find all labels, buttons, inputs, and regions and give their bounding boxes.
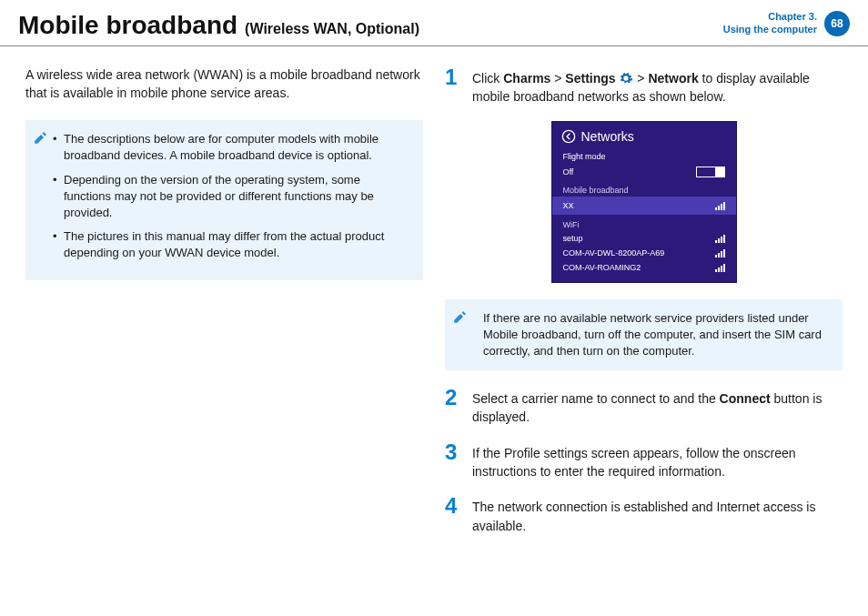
mobile-broadband-item: XX [552, 197, 736, 215]
flight-mode-row: Flight mode [552, 149, 736, 164]
step-1: 1 Click Charms > Settings > Network to d… [445, 66, 843, 106]
flight-mode-label: Flight mode [563, 152, 606, 161]
chapter-line1: Chapter 3. [723, 11, 817, 24]
gear-icon [619, 71, 633, 86]
wifi-name: setup [563, 234, 583, 243]
wifi-item: COM-AV-DWL-8200AP-A69 [552, 246, 736, 260]
chapter-line2: Using the computer [723, 24, 817, 36]
note-list: The descriptions below are for computer … [42, 131, 410, 261]
left-column: A wireless wide area network (WWAN) is a… [25, 66, 423, 550]
wifi-name: COM-AV-DWL-8200AP-A69 [563, 248, 665, 258]
note-item: The descriptions below are for computer … [64, 131, 410, 164]
page-header: Mobile broadband (Wireless WAN, Optional… [0, 0, 868, 46]
flight-mode-value: Off [563, 167, 574, 177]
back-arrow-icon [561, 129, 576, 144]
text-fragment: > [550, 71, 565, 86]
text-fragment: > [637, 71, 648, 86]
text-fragment: Select a carrier name to connect to and … [472, 391, 720, 406]
networks-title: Networks [581, 129, 634, 144]
step-1-text: Click Charms > Settings > Network to dis… [472, 66, 843, 106]
settings-label: Settings [565, 71, 615, 86]
content-columns: A wireless wide area network (WWAN) is a… [0, 46, 868, 570]
note-item: Depending on the version of the operatin… [64, 172, 410, 222]
wifi-item: COM-AV-ROAMING2 [552, 260, 736, 275]
page-number-badge: 68 [824, 11, 850, 36]
networks-panel-header: Networks [552, 122, 736, 149]
signal-bars-icon [715, 248, 725, 258]
connect-label: Connect [720, 391, 771, 406]
step-number: 4 [445, 495, 461, 535]
step-4-text: The network connection is established an… [472, 495, 843, 535]
step-3-text: If the Profile settings screen appears, … [472, 441, 843, 481]
charms-label: Charms [503, 71, 550, 86]
flight-mode-toggle-row: Off [552, 164, 736, 180]
note-pencil-icon [452, 308, 469, 325]
wifi-section: WiFi [552, 215, 736, 231]
network-label: Network [648, 71, 698, 86]
carrier-name: XX [563, 201, 574, 210]
note-item: The pictures in this manual may differ f… [64, 228, 410, 261]
signal-bars-icon [715, 201, 725, 210]
step-number: 1 [445, 66, 461, 106]
step-number: 2 [445, 387, 461, 427]
note-pencil-icon [33, 129, 49, 146]
svg-point-0 [562, 130, 574, 142]
wifi-item: setup [552, 231, 736, 246]
step-2-text: Select a carrier name to connect to and … [472, 387, 843, 427]
networks-panel: Networks Flight mode Off Mobile broadban… [551, 121, 737, 283]
chapter-block: Chapter 3. Using the computer 68 [723, 11, 850, 36]
text-fragment: Click [472, 71, 503, 86]
intro-paragraph: A wireless wide area network (WWAN) is a… [25, 66, 423, 102]
note-box-right: If there are no available network servic… [445, 299, 843, 371]
signal-bars-icon [715, 234, 725, 243]
right-column: 1 Click Charms > Settings > Network to d… [445, 66, 843, 550]
step-2: 2 Select a carrier name to connect to an… [445, 387, 843, 427]
note-box-left: The descriptions below are for computer … [25, 120, 423, 279]
note-text: If there are no available network servic… [461, 310, 830, 360]
chapter-text: Chapter 3. Using the computer [723, 11, 817, 36]
step-4: 4 The network connection is established … [445, 495, 843, 535]
mobile-broadband-section: Mobile broadband [552, 180, 736, 197]
title-block: Mobile broadband (Wireless WAN, Optional… [18, 11, 419, 40]
page-title: Mobile broadband [18, 11, 237, 40]
page-subtitle: (Wireless WAN, Optional) [245, 21, 419, 37]
signal-bars-icon [715, 263, 725, 272]
step-3: 3 If the Profile settings screen appears… [445, 441, 843, 481]
step-number: 3 [445, 441, 461, 481]
wifi-name: COM-AV-ROAMING2 [563, 263, 641, 272]
toggle-switch-icon [696, 167, 725, 177]
